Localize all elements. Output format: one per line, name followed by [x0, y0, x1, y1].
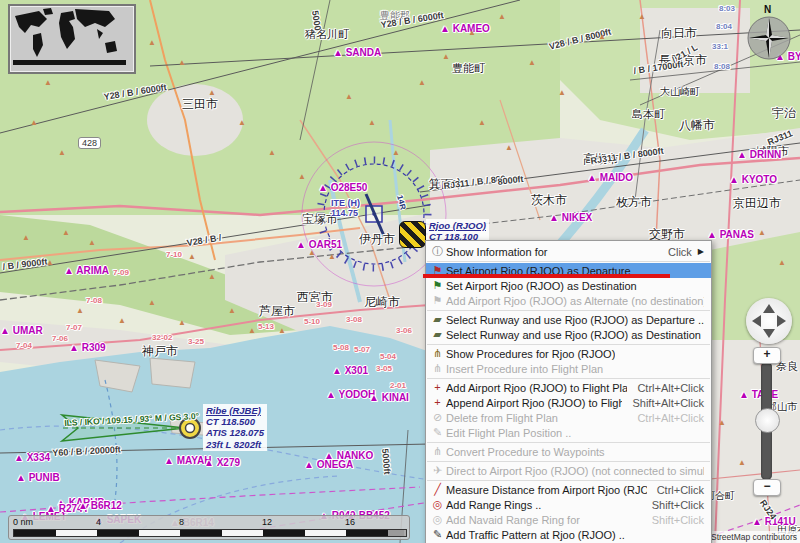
menu-item-label: Direct to Airport Rjoo (RJOO) (not conne…	[446, 465, 704, 477]
scale-segment	[97, 530, 139, 536]
menu-item-shortcut: Shift+Alt+Click	[622, 397, 704, 409]
measure-icon: ╱	[429, 482, 446, 497]
menu-separator	[427, 442, 710, 443]
rokko-island	[150, 358, 195, 388]
menu-item-label: Add Traffic Pattern at Rjoo (RJOO) ..	[446, 529, 625, 541]
menu-item-select-runway-and-use-rjoo-rjoo-as-depar[interactable]: ▰Select Runway and use Rjoo (RJOO) as De…	[426, 312, 711, 327]
menu-item-label: Edit Flight Plan Position ..	[446, 427, 571, 439]
menu-item-edit-flight-plan-position: ✎Edit Flight Plan Position ..	[426, 425, 711, 440]
info-icon: ⓘ	[429, 244, 446, 259]
direct-to-icon: ✈	[429, 463, 446, 478]
append-flightplan-icon: +	[429, 395, 446, 410]
zoom-slider-thumb[interactable]	[755, 408, 780, 433]
menu-item-label: Select Runway and use Rjoo (RJOO) as Des…	[446, 329, 704, 341]
scale-segment	[388, 530, 404, 536]
menu-item-add-airport-rjoo-rjoo-as-alternate-no-de: ⚑Add Airport Rjoo (RJOO) as Alternate (n…	[426, 293, 711, 308]
scale-tick-label: 16	[345, 517, 355, 527]
menu-item-label: Add Airport Rjoo (RJOO) to Flight Plan	[446, 382, 627, 394]
zoom-in-button[interactable]: +	[753, 347, 781, 364]
rjoo-name: Rjoo (RJOO)	[429, 220, 486, 231]
scale-segment	[263, 530, 305, 536]
menu-item-label: Insert Procedure into Flight Plan	[446, 363, 603, 375]
scale-tick-label: 8	[179, 517, 184, 527]
rjbe-elevation-runway: 23ft L 8202ft	[206, 439, 264, 450]
menu-item-add-range-rings[interactable]: ◎Add Range Rings ..Shift+Click	[426, 497, 711, 512]
menu-item-shortcut: Ctrl+Alt+Click	[627, 412, 704, 424]
menu-item-delete-from-flight-plan: ⊘Delete from Flight PlanCtrl+Alt+Click	[426, 410, 711, 425]
menu-item-shortcut: Ctrl+Alt+Click	[627, 382, 704, 394]
scale-segment	[222, 530, 264, 536]
menu-item-shortcut: Shift+Click	[642, 499, 704, 511]
urban-nara-basin	[700, 340, 800, 543]
route-shield: 428	[78, 137, 101, 149]
menu-item-direct-to-airport-rjoo-rjoo-not-connecte: ✈Direct to Airport Rjoo (RJOO) (not conn…	[426, 463, 711, 478]
menu-item-label: Select Runway and use Rjoo (RJOO) as Dep…	[446, 314, 704, 326]
pan-control-pad[interactable]	[746, 298, 792, 344]
menu-item-append-airport-rjoo-rjoo-to-flight-plan[interactable]: +Append Airport Rjoo (RJOO) to Flight Pl…	[426, 395, 711, 410]
pan-up-arrow-icon[interactable]	[763, 304, 775, 313]
menu-separator	[427, 378, 710, 379]
menu-item-add-navaid-range-ring-for: ◎Add Navaid Range Ring forShift+Click	[426, 512, 711, 527]
menu-item-label: Convert Procedure to Waypoints	[446, 446, 605, 458]
scale-segment	[305, 530, 347, 536]
insert-procedure-icon: ⋔	[429, 361, 446, 376]
rjbe-tower-freq: CT 118.500	[206, 416, 264, 427]
rjbe-airport-symbol-inner	[186, 424, 195, 433]
runway-icon: ▰	[429, 312, 446, 327]
selected-airport-highlight[interactable]	[399, 221, 426, 248]
menu-item-insert-procedure-into-flight-plan: ⋔Insert Procedure into Flight Plan	[426, 361, 711, 376]
zoom-out-button[interactable]: −	[753, 479, 781, 496]
menu-item-label: Delete from Flight Plan	[446, 412, 558, 424]
menu-item-label: Show Information for	[446, 246, 548, 258]
scale-segments	[13, 529, 407, 537]
menu-item-label: Show Procedures for Rjoo (RJOO)	[446, 348, 615, 360]
menu-item-label: Append Airport Rjoo (RJOO) to Flight Pla…	[446, 397, 622, 409]
runway-icon: ▰	[429, 327, 446, 342]
rjbe-airport-label[interactable]: Ribe (RJBE) CT 118.500 ATIS 128.075 23ft…	[203, 404, 267, 451]
scale-segment	[14, 530, 56, 536]
menu-item-label: Add Airport Rjoo (RJOO) as Alternate (no…	[446, 295, 704, 307]
world-continents	[13, 8, 126, 65]
overview-world-map[interactable]	[8, 4, 136, 74]
map-scale-bar: 0 nm 481216	[8, 515, 410, 540]
context-menu: ⓘShow Information forClick▶⚑Set Airport …	[425, 240, 712, 543]
menu-item-show-information-for[interactable]: ⓘShow Information forClick▶	[426, 244, 711, 259]
scale-segment	[56, 530, 98, 536]
menu-item-add-traffic-pattern-at-rjoo-rjoo[interactable]: ✎Add Traffic Pattern at Rjoo (RJOO) ..	[426, 527, 711, 542]
menu-item-shortcut: Ctrl+Click	[647, 484, 704, 496]
menu-item-add-airport-rjoo-rjoo-to-flight-plan[interactable]: +Add Airport Rjoo (RJOO) to Flight PlanC…	[426, 380, 711, 395]
procedures-icon: ⋔	[429, 346, 446, 361]
convert-procedure-icon: ⋔	[429, 444, 446, 459]
range-rings-icon: ◎	[429, 497, 446, 512]
destination-flag-icon: ⚑	[429, 278, 446, 293]
compass-rose: N	[746, 4, 792, 62]
delete-icon: ⊘	[429, 410, 446, 425]
map-window: 三田市猪名川町豊能郡豊能町箕面市高槻市茨木市枚方市交野市向日市長岡京市大山崎町島…	[0, 0, 800, 543]
rjbe-atis-freq: ATIS 128.075	[206, 427, 264, 438]
traffic-pattern-icon: ✎	[429, 527, 446, 542]
pan-left-arrow-icon[interactable]	[752, 315, 761, 327]
menu-separator	[427, 461, 710, 462]
scale-origin-label: 0 nm	[13, 517, 33, 527]
menu-item-show-procedures-for-rjoo-rjoo[interactable]: ⋔Show Procedures for Rjoo (RJOO)	[426, 346, 711, 361]
menu-separator	[427, 480, 710, 481]
menu-item-label: Measure Distance from Airport Rjoo (RJOO…	[446, 484, 647, 496]
navaid-range-icon: ◎	[429, 512, 446, 527]
add-flightplan-icon: +	[429, 380, 446, 395]
urban-sanda	[147, 84, 243, 156]
annotation-underline	[423, 274, 670, 278]
menu-item-convert-procedure-to-waypoints: ⋔Convert Procedure to Waypoints	[426, 444, 711, 459]
menu-item-set-airport-rjoo-rjoo-as-destination[interactable]: ⚑Set Airport Rjoo (RJOO) as Destination	[426, 278, 711, 293]
menu-item-measure-distance-from-airport-rjoo-rjoo[interactable]: ╱Measure Distance from Airport Rjoo (RJO…	[426, 482, 711, 497]
menu-separator	[427, 261, 710, 262]
ite-vor-label: ITE (H) 114.75	[331, 199, 360, 219]
menu-item-shortcut: Shift+Click	[642, 514, 704, 526]
pan-right-arrow-icon[interactable]	[777, 315, 786, 327]
menu-item-select-runway-and-use-rjoo-rjoo-as-desti[interactable]: ▰Select Runway and use Rjoo (RJOO) as De…	[426, 327, 711, 342]
menu-item-label: Add Range Rings ..	[446, 499, 541, 511]
pan-down-arrow-icon[interactable]	[763, 329, 775, 338]
scale-segment	[346, 530, 388, 536]
scale-tick-label: 12	[262, 517, 272, 527]
scale-tick-label: 4	[96, 517, 101, 527]
menu-separator	[427, 344, 710, 345]
